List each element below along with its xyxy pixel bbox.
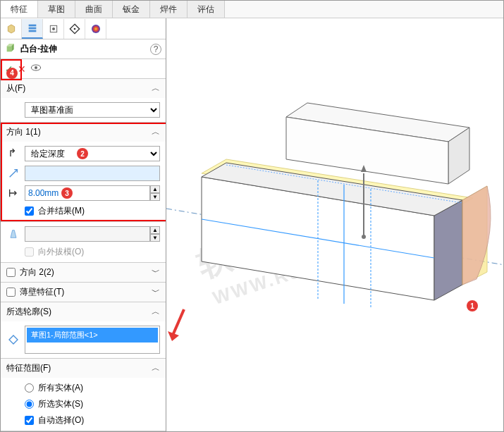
section-direction1: 方向 1(1) ︿ 给定深度 2 [1, 123, 166, 222]
section-from-header[interactable]: 从(F) ︿ [1, 79, 166, 98]
depth-up-button[interactable]: ▲ [150, 185, 160, 193]
section-direction1-label: 方向 1(1) [6, 126, 41, 138]
from-select[interactable]: 草图基准面 [25, 102, 160, 118]
help-button[interactable]: ? [150, 44, 161, 55]
contour-icon [6, 334, 20, 345]
selected-contour-item[interactable]: 草图1-局部范围<1> [27, 328, 158, 342]
chevron-down-icon: ﹀ [152, 266, 160, 278]
section-from: 从(F) ︿ 草图基准面 [1, 79, 166, 123]
merge-result-label: 合并结果(M) [38, 205, 85, 217]
section-contours-header[interactable]: 所选轮廓(S) ︿ [1, 302, 166, 321]
svg-rect-11 [28, 30, 36, 32]
end-condition-select[interactable]: 给定深度 [25, 146, 160, 161]
feature-title-row: 凸台-拉伸 ? [1, 39, 166, 59]
section-draft: ▲ ▼ 向外拔模(O) [1, 222, 166, 263]
tab-feature[interactable]: 特征 [1, 1, 38, 18]
chevron-up-icon: ︿ [152, 306, 160, 318]
property-panel: 凸台-拉伸 ? 4 ✓ ✕ 从(F) ︿ 草图 [1, 18, 166, 431]
draft-angle-input[interactable] [25, 226, 150, 242]
svg-point-26 [362, 235, 366, 239]
scope-auto-checkbox[interactable] [25, 416, 34, 425]
chevron-up-icon: ︿ [152, 126, 160, 138]
section-contours-label: 所选轮廓(S) [6, 306, 51, 318]
section-thin-header[interactable]: 薄壁特征(T) ﹀ [1, 283, 166, 302]
panel-tab-appearance[interactable] [85, 19, 106, 39]
panel-tab-config[interactable] [43, 19, 64, 39]
svg-rect-10 [28, 27, 36, 29]
draft-outward-label: 向外拔模(O) [38, 246, 84, 258]
depth-icon [6, 187, 20, 199]
annotation-2: 2 [77, 148, 88, 159]
section-contours: 所选轮廓(S) ︿ 草图1-局部范围<1> [1, 302, 166, 359]
confirm-row: 4 ✓ ✕ [1, 59, 166, 79]
section-thin-label: 薄壁特征(T) [20, 286, 64, 298]
section-direction2-header[interactable]: 方向 2(2) ﹀ [1, 263, 166, 282]
extrude-icon [5, 42, 16, 56]
svg-point-13 [52, 27, 55, 30]
svg-rect-16 [7, 46, 12, 51]
tab-surface[interactable]: 曲面 [75, 1, 113, 18]
draft-icon[interactable] [6, 228, 20, 240]
depth-input[interactable] [25, 185, 150, 201]
svg-point-15 [92, 25, 100, 33]
depth-down-button[interactable]: ▼ [150, 193, 160, 201]
scope-selected-label: 所选实体(S) [38, 398, 83, 410]
tab-sketch[interactable]: 草图 [38, 1, 75, 18]
scope-all-label: 所有实体(A) [38, 382, 83, 394]
chevron-down-icon: ﹀ [152, 286, 160, 298]
draft-down-button[interactable]: ▼ [150, 234, 160, 242]
merge-result-checkbox[interactable] [25, 206, 34, 216]
scope-selected-radio[interactable] [25, 400, 34, 409]
accept-button-wrapper: 4 ✓ [5, 63, 13, 75]
panel-tabs [1, 18, 166, 39]
annotation-4: 4 [6, 68, 18, 79]
section-from-label: 从(F) [6, 82, 25, 94]
section-thin: 薄壁特征(T) ﹀ [1, 283, 166, 302]
svg-point-18 [35, 66, 37, 69]
chevron-up-icon: ︿ [152, 82, 160, 94]
annotation-arrow-icon [166, 306, 195, 348]
tab-sheet-metal[interactable]: 钣金 [113, 1, 150, 18]
panel-tab-feature-tree[interactable] [1, 19, 22, 39]
draft-up-button[interactable]: ▲ [150, 226, 160, 234]
scope-auto-label: 自动选择(O) [38, 414, 84, 426]
svg-rect-9 [28, 24, 36, 26]
section-direction1-header[interactable]: 方向 1(1) ︿ [1, 123, 166, 142]
model-drawing [166, 18, 504, 413]
draft-outward-checkbox[interactable] [25, 247, 34, 257]
panel-tab-property-manager[interactable] [22, 19, 43, 39]
feature-name: 凸台-拉伸 [20, 43, 57, 55]
scope-all-radio[interactable] [25, 383, 34, 393]
direction-vector-field[interactable] [25, 166, 160, 181]
tab-evaluate[interactable]: 评估 [188, 1, 225, 18]
chevron-up-icon: ︿ [152, 362, 160, 374]
thin-checkbox[interactable] [6, 288, 16, 297]
tab-weldment[interactable]: 焊件 [150, 1, 188, 18]
preview-icon[interactable] [30, 62, 42, 75]
section-direction2: 方向 2(2) ﹀ [1, 263, 166, 283]
viewport-3d[interactable]: 软件自学网 WWW.RJZXW.COM [166, 18, 503, 431]
svg-point-14 [73, 27, 75, 30]
direction-arrow-icon[interactable] [6, 168, 20, 179]
annotation-3: 3 [61, 187, 73, 199]
section-scope-label: 特征范围(F) [6, 362, 51, 374]
section-scope-header[interactable]: 特征范围(F) ︿ [1, 359, 166, 378]
section-scope: 特征范围(F) ︿ 所有实体(A) 所选实体(S) 自动选择(O) [1, 359, 166, 431]
section-direction2-label: 方向 2(2) [20, 266, 54, 278]
reverse-direction-icon[interactable] [6, 148, 20, 159]
panel-tab-dimxpert[interactable] [64, 19, 85, 39]
direction2-checkbox[interactable] [6, 268, 16, 277]
annotation-1: 1 [467, 300, 478, 311]
